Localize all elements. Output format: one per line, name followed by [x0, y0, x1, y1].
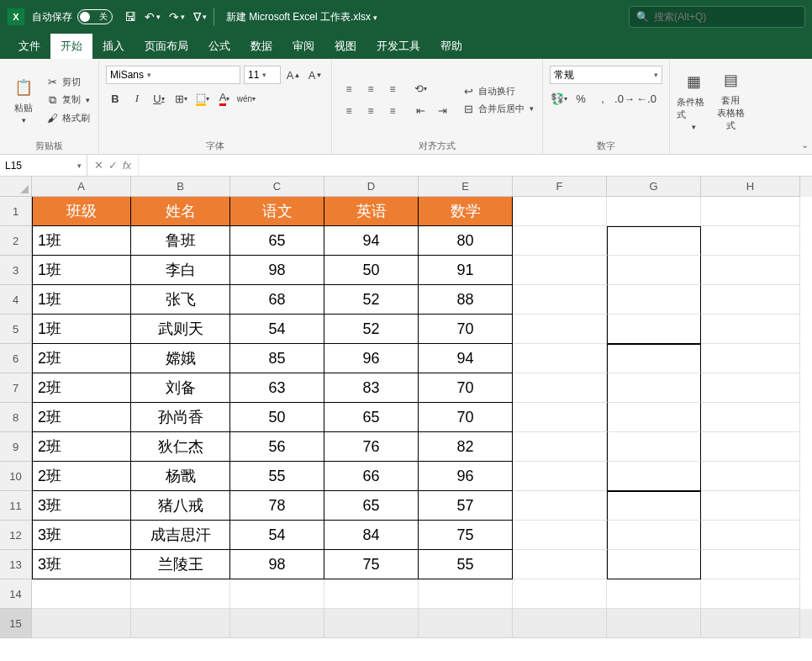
- comma-button[interactable]: ,: [593, 89, 612, 108]
- cell[interactable]: 55: [230, 462, 324, 491]
- cell[interactable]: 2班: [32, 344, 131, 373]
- cell[interactable]: [513, 256, 607, 285]
- cell[interactable]: 54: [230, 521, 324, 550]
- row-header[interactable]: 3: [0, 256, 32, 285]
- row-header[interactable]: 4: [0, 285, 32, 315]
- currency-button[interactable]: 💱▾: [550, 89, 568, 108]
- cell[interactable]: [513, 373, 607, 403]
- cell[interactable]: [607, 315, 701, 344]
- tab-文件[interactable]: 文件: [8, 34, 50, 59]
- cell[interactable]: [607, 285, 701, 315]
- cell[interactable]: [701, 256, 800, 285]
- cell[interactable]: 57: [419, 491, 513, 521]
- cell[interactable]: [607, 550, 701, 579]
- tab-开发工具[interactable]: 开发工具: [366, 34, 430, 59]
- toggle-switch[interactable]: 关: [77, 9, 113, 24]
- decrease-font-icon[interactable]: A▼: [306, 66, 324, 84]
- cell[interactable]: [607, 609, 701, 638]
- cell[interactable]: [513, 344, 607, 373]
- cell[interactable]: [513, 550, 607, 579]
- undo-icon[interactable]: ↶▾: [145, 10, 161, 24]
- italic-button[interactable]: I: [128, 89, 146, 108]
- cell[interactable]: 数学: [419, 197, 513, 226]
- cell[interactable]: 3班: [32, 491, 131, 521]
- cell[interactable]: 84: [324, 521, 419, 550]
- row-header[interactable]: 7: [0, 373, 32, 403]
- cell[interactable]: [607, 403, 701, 432]
- row-header[interactable]: 8: [0, 403, 32, 432]
- filter-icon[interactable]: ∇▾: [193, 10, 207, 24]
- row-header[interactable]: 15: [0, 609, 32, 638]
- cell[interactable]: 班级: [32, 197, 131, 226]
- row-header[interactable]: 10: [0, 462, 32, 491]
- tab-开始[interactable]: 开始: [50, 34, 92, 59]
- cell[interactable]: [324, 609, 419, 638]
- autosave-toggle[interactable]: 自动保存 关: [32, 9, 113, 24]
- column-header[interactable]: F: [513, 177, 607, 197]
- cell[interactable]: [131, 579, 230, 609]
- cell[interactable]: [131, 609, 230, 638]
- cell[interactable]: 80: [419, 226, 513, 256]
- phonetic-button[interactable]: wén▾: [237, 89, 256, 108]
- fill-color-button[interactable]: ⬚▾: [193, 89, 212, 108]
- cell[interactable]: 82: [419, 432, 513, 462]
- row-header[interactable]: 2: [0, 226, 32, 256]
- cell[interactable]: 兰陵王: [131, 550, 230, 579]
- cell[interactable]: [513, 609, 607, 638]
- cut-button[interactable]: ✂剪切: [44, 75, 92, 89]
- cell[interactable]: [513, 521, 607, 550]
- cell[interactable]: [607, 256, 701, 285]
- cell[interactable]: 94: [324, 226, 419, 256]
- row-header[interactable]: 6: [0, 344, 32, 373]
- cell[interactable]: [607, 373, 701, 403]
- cell[interactable]: 88: [419, 285, 513, 315]
- cell[interactable]: 54: [230, 315, 324, 344]
- bold-button[interactable]: B: [106, 89, 124, 108]
- underline-button[interactable]: U▾: [150, 89, 168, 108]
- copy-button[interactable]: ⧉复制▾: [44, 93, 92, 108]
- border-button[interactable]: ⊞▾: [171, 89, 190, 108]
- increase-indent-button[interactable]: ⇥: [433, 102, 451, 120]
- number-format-dropdown[interactable]: 常规▾: [550, 66, 662, 84]
- column-header[interactable]: B: [131, 177, 230, 197]
- cell[interactable]: [513, 403, 607, 432]
- enter-formula-icon[interactable]: ✓: [108, 159, 118, 172]
- increase-decimal-button[interactable]: .0→: [615, 89, 634, 108]
- cell[interactable]: 70: [419, 315, 513, 344]
- cell[interactable]: 98: [230, 550, 324, 579]
- align-center-button[interactable]: ≡: [361, 101, 381, 121]
- search-input[interactable]: [654, 11, 798, 23]
- cell[interactable]: [607, 197, 701, 226]
- cell[interactable]: [701, 315, 800, 344]
- cell[interactable]: 英语: [324, 197, 419, 226]
- cell[interactable]: 75: [419, 521, 513, 550]
- cell[interactable]: 83: [324, 373, 419, 403]
- cell[interactable]: 68: [230, 285, 324, 315]
- cell[interactable]: [701, 462, 800, 491]
- cell[interactable]: 66: [324, 462, 419, 491]
- cell[interactable]: 2班: [32, 403, 131, 432]
- document-title[interactable]: 新建 Microsoft Excel 工作表.xlsx ▾: [226, 10, 377, 24]
- cell[interactable]: 2班: [32, 432, 131, 462]
- cell[interactable]: 鲁班: [131, 226, 230, 256]
- decrease-decimal-button[interactable]: ←.0: [637, 89, 656, 108]
- cell[interactable]: [701, 521, 800, 550]
- cell[interactable]: [230, 609, 324, 638]
- orientation-button[interactable]: ⟲▾: [411, 80, 430, 98]
- formula-input[interactable]: [144, 160, 807, 172]
- font-color-button[interactable]: A▾: [215, 89, 234, 108]
- cell[interactable]: [513, 579, 607, 609]
- cell[interactable]: [701, 226, 800, 256]
- cell[interactable]: [607, 462, 701, 491]
- cell[interactable]: 语文: [230, 197, 324, 226]
- row-header[interactable]: 11: [0, 491, 32, 521]
- cell[interactable]: [607, 521, 701, 550]
- cell[interactable]: 2班: [32, 462, 131, 491]
- cancel-formula-icon[interactable]: ✕: [94, 159, 103, 172]
- cell[interactable]: 50: [324, 256, 419, 285]
- column-header[interactable]: D: [324, 177, 419, 197]
- cell[interactable]: 1班: [32, 285, 131, 315]
- save-icon[interactable]: 🖫: [124, 10, 136, 24]
- cell[interactable]: 78: [230, 491, 324, 521]
- cell[interactable]: [513, 197, 607, 226]
